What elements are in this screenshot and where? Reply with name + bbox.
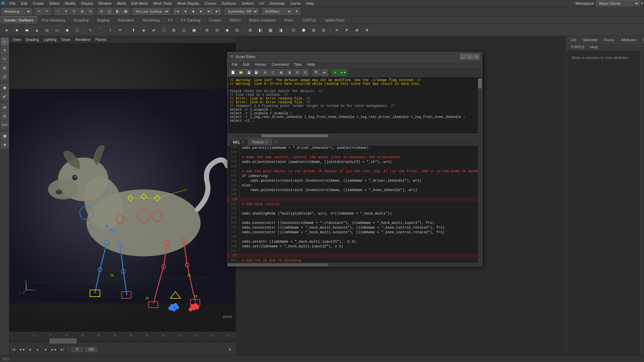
left-grid-btn[interactable]: ⊞ bbox=[1, 103, 9, 111]
tab-fx-caching[interactable]: FX Caching bbox=[177, 16, 205, 24]
se-clear-history-btn[interactable]: ⊟ bbox=[302, 69, 309, 76]
attr-tab-turtle[interactable]: TURTLE bbox=[568, 44, 588, 50]
timeline-end-btn[interactable]: ►| bbox=[59, 347, 65, 353]
se-exec-sel-btn[interactable]: ◨ bbox=[285, 69, 293, 76]
se-output-scrollbar[interactable] bbox=[228, 134, 482, 137]
script-editor-output[interactable]: // Warning: line 1327: The default image… bbox=[228, 77, 482, 134]
tab-turtle[interactable]: TURTLE bbox=[298, 16, 321, 24]
left-move-btn[interactable]: ✛ bbox=[1, 46, 9, 54]
left-snap-btn[interactable]: ⊟ bbox=[1, 112, 9, 120]
icon-paint-weights[interactable]: ⊡ bbox=[289, 25, 298, 35]
icon-ik-handle[interactable]: ⊞ bbox=[309, 25, 318, 35]
move-tool-btn[interactable]: ✛ bbox=[62, 8, 70, 15]
menu-mesh[interactable]: Mesh bbox=[114, 1, 129, 6]
icon-bridge[interactable]: ⇌ bbox=[149, 25, 158, 35]
icon-separate[interactable]: ⊖ bbox=[212, 25, 222, 35]
icon-connect[interactable]: ⬡ bbox=[159, 25, 168, 35]
icon-fill-hole[interactable]: ▣ bbox=[189, 25, 199, 35]
icon-freeze[interactable]: ❄ bbox=[362, 25, 372, 35]
select-tool-btn[interactable]: ↖ bbox=[54, 8, 62, 15]
attr-tab-selected[interactable]: Selected bbox=[580, 37, 600, 43]
menu-deform[interactable]: Deform bbox=[239, 1, 256, 6]
menu-edit[interactable]: Edit bbox=[18, 1, 30, 6]
se-run-all-btn[interactable]: ►► bbox=[340, 69, 347, 76]
icon-torus[interactable]: ◎ bbox=[42, 25, 52, 35]
se-menu-edit[interactable]: Edit bbox=[240, 62, 252, 67]
timeline-settings-btn[interactable]: ⚙ bbox=[225, 345, 234, 354]
se-tab-python-close[interactable]: ✕ bbox=[265, 140, 268, 144]
se-exec-all-btn[interactable]: ▦ bbox=[277, 69, 285, 76]
se-menu-file[interactable]: File bbox=[229, 62, 240, 67]
tab-custom[interactable]: Custom bbox=[205, 16, 226, 24]
menu-generate[interactable]: Generate bbox=[267, 1, 288, 6]
timeline-next-btn[interactable]: ► bbox=[43, 347, 49, 353]
play-fwd-btn[interactable]: ► bbox=[198, 8, 205, 15]
se-menu-help[interactable]: Help bbox=[305, 62, 318, 67]
menu-file[interactable]: File bbox=[7, 1, 18, 6]
vp-menu-show[interactable]: Show bbox=[59, 37, 73, 42]
se-clear-btn[interactable]: ⊟ bbox=[293, 69, 301, 76]
menu-display[interactable]: Display bbox=[78, 1, 96, 6]
menu-cache[interactable]: Cache bbox=[288, 1, 304, 6]
menu-uv[interactable]: UV bbox=[256, 1, 267, 6]
icon-insert-edge[interactable]: ⊞ bbox=[169, 25, 178, 35]
timeline-prev-key-btn[interactable]: ◄◄ bbox=[19, 347, 25, 353]
se-save-btn[interactable]: 💾 bbox=[245, 69, 253, 76]
icon-uv-layout[interactable]: ▦ bbox=[266, 25, 275, 35]
viewport[interactable]: View Shading Lighting Show Renderer Pane… bbox=[9, 36, 236, 332]
left-scale-btn[interactable]: ⊞ bbox=[1, 64, 9, 72]
se-add-tab-btn[interactable]: + bbox=[272, 138, 280, 145]
vp-menu-panels[interactable]: Panels bbox=[93, 37, 109, 42]
menu-modify[interactable]: Modify bbox=[62, 1, 78, 6]
icon-mirror[interactable]: ⊟ bbox=[232, 25, 242, 35]
se-open-btn[interactable]: 📂 bbox=[237, 69, 245, 76]
timeline-play-btn[interactable]: ► bbox=[35, 347, 41, 353]
se-maximize-btn[interactable]: □ bbox=[467, 54, 473, 59]
timeline-end-frame[interactable]: 120 bbox=[85, 347, 97, 352]
timeline-playhead[interactable] bbox=[50, 339, 76, 343]
prev-key-btn[interactable]: ◄ bbox=[181, 8, 189, 15]
stop-btn[interactable]: ■ bbox=[190, 8, 197, 15]
menu-edit-mesh[interactable]: Edit Mesh bbox=[129, 1, 151, 6]
next-key-btn[interactable]: ►| bbox=[206, 8, 213, 15]
se-tab-mel[interactable]: MEL ✕ bbox=[229, 139, 248, 145]
se-exec-btn[interactable]: ◫ bbox=[269, 69, 277, 76]
se-save-as-btn[interactable]: 💾+ bbox=[253, 69, 261, 76]
se-menu-tabs[interactable]: Tabs bbox=[291, 62, 305, 67]
se-right-scroll-thumb[interactable] bbox=[478, 78, 482, 88]
icon-ep-curve[interactable]: ⌒ bbox=[96, 25, 105, 35]
tab-sculpting[interactable]: Sculpting bbox=[69, 16, 93, 24]
attr-tab-list[interactable]: List bbox=[568, 37, 579, 43]
icon-curve-tool[interactable]: ∿ bbox=[86, 25, 95, 35]
timeline-slider[interactable] bbox=[9, 338, 236, 343]
se-code-hscroll-thumb[interactable] bbox=[228, 263, 328, 266]
snap-curve-btn[interactable]: ◫ bbox=[106, 8, 113, 15]
rotate-tool-btn[interactable]: ↻ bbox=[70, 8, 78, 15]
prev-frame-btn[interactable]: |◄ bbox=[173, 8, 181, 15]
workspace-select[interactable]: Maya Classic bbox=[596, 0, 640, 6]
icon-skin-cluster[interactable]: ⬢ bbox=[299, 25, 308, 35]
snap-point-btn[interactable]: ◧ bbox=[114, 8, 121, 15]
icon-extrude[interactable]: ⬆ bbox=[129, 25, 138, 35]
tab-ngskintools[interactable]: ngSkinTools bbox=[321, 16, 349, 24]
tab-animation[interactable]: Animation bbox=[114, 16, 139, 24]
icon-pencil[interactable]: ✏ bbox=[116, 25, 125, 35]
menu-mesh-tools[interactable]: Mesh Tools bbox=[151, 1, 174, 6]
attr-tab-display[interactable]: Display bbox=[640, 37, 644, 43]
icon-center-pivot[interactable]: ⊕ bbox=[352, 25, 362, 35]
icon-cylinder[interactable]: ⬬ bbox=[22, 25, 32, 35]
attr-tab-help[interactable]: Help bbox=[588, 44, 601, 50]
left-soft-select[interactable]: ◉ bbox=[1, 83, 9, 92]
attr-scrollbar[interactable] bbox=[640, 50, 644, 355]
se-minimize-btn[interactable]: _ bbox=[460, 54, 466, 59]
se-find-btn[interactable]: 🔍 bbox=[313, 69, 320, 76]
se-new-btn[interactable]: 📄 bbox=[229, 69, 236, 76]
icon-uv-snapshot[interactable]: ◨ bbox=[276, 25, 285, 35]
vp-menu-renderer[interactable]: Renderer bbox=[73, 37, 93, 42]
vp-menu-shading[interactable]: Shading bbox=[23, 37, 41, 42]
redo-btn[interactable]: ↪ bbox=[43, 8, 51, 15]
menu-help[interactable]: Help bbox=[304, 1, 317, 6]
menu-select[interactable]: Select bbox=[47, 1, 62, 6]
se-menu-command[interactable]: Command bbox=[269, 62, 291, 67]
script-editor-code[interactable]: 139 cmds.parent((limbName + "_driver_ikH… bbox=[228, 145, 482, 263]
